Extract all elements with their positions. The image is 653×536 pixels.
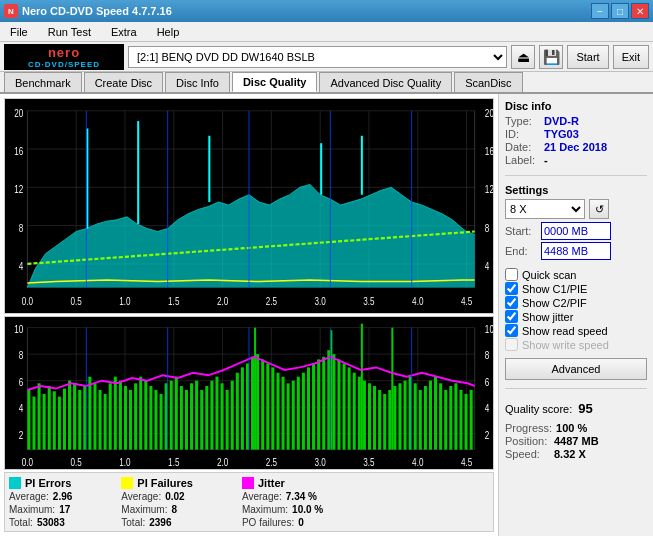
menu-file[interactable]: File bbox=[4, 24, 34, 40]
svg-rect-89 bbox=[134, 383, 137, 449]
legend-pi-errors: PI Errors Average: 2.96 Maximum: 17 Tota… bbox=[9, 477, 72, 528]
svg-rect-81 bbox=[93, 383, 96, 449]
id-value: TYG03 bbox=[544, 128, 579, 140]
progress-key: Progress: bbox=[505, 422, 552, 434]
legend-area: PI Errors Average: 2.96 Maximum: 17 Tota… bbox=[4, 472, 494, 532]
svg-text:1.0: 1.0 bbox=[119, 455, 130, 467]
svg-rect-151 bbox=[449, 385, 452, 449]
eject-icon-button[interactable]: ⏏ bbox=[511, 45, 535, 69]
tab-create-disc[interactable]: Create Disc bbox=[84, 72, 163, 92]
svg-text:20: 20 bbox=[485, 106, 493, 119]
svg-rect-145 bbox=[419, 389, 422, 449]
quality-score-row: Quality score: 95 bbox=[505, 401, 647, 416]
svg-text:4: 4 bbox=[19, 259, 24, 272]
tab-benchmark[interactable]: Benchmark bbox=[4, 72, 82, 92]
svg-text:12: 12 bbox=[485, 183, 493, 196]
svg-rect-100 bbox=[190, 383, 193, 449]
id-label: ID: bbox=[505, 128, 540, 140]
start-mb-input[interactable] bbox=[541, 222, 611, 240]
pi-errors-title: PI Errors bbox=[25, 477, 71, 489]
show-write-speed-checkbox[interactable] bbox=[505, 338, 518, 351]
svg-text:2.0: 2.0 bbox=[217, 295, 229, 308]
show-read-speed-checkbox[interactable] bbox=[505, 324, 518, 337]
svg-text:16: 16 bbox=[14, 144, 23, 157]
jitter-avg-value: 7.34 % bbox=[286, 491, 317, 502]
svg-rect-148 bbox=[434, 376, 437, 449]
svg-text:0.0: 0.0 bbox=[22, 295, 34, 308]
po-failures-value: 0 bbox=[298, 517, 304, 528]
svg-rect-114 bbox=[261, 359, 264, 449]
tab-disc-info[interactable]: Disc Info bbox=[165, 72, 230, 92]
tab-disc-quality[interactable]: Disc Quality bbox=[232, 72, 318, 92]
title-bar: N Nero CD-DVD Speed 4.7.7.16 − □ ✕ bbox=[0, 0, 653, 22]
speed-key: Speed: bbox=[505, 448, 550, 460]
svg-rect-106 bbox=[221, 383, 224, 449]
svg-text:20: 20 bbox=[14, 106, 23, 119]
svg-rect-91 bbox=[144, 380, 147, 449]
svg-rect-99 bbox=[185, 389, 188, 449]
svg-rect-20 bbox=[137, 121, 139, 224]
svg-rect-82 bbox=[99, 389, 102, 449]
maximize-button[interactable]: □ bbox=[611, 3, 629, 19]
advanced-button[interactable]: Advanced bbox=[505, 358, 647, 380]
svg-rect-153 bbox=[459, 389, 462, 449]
svg-rect-136 bbox=[373, 385, 376, 449]
svg-rect-158 bbox=[361, 323, 363, 449]
svg-rect-108 bbox=[231, 380, 234, 449]
show-c2-label: Show C2/PIF bbox=[522, 297, 587, 309]
svg-rect-150 bbox=[444, 389, 447, 449]
svg-text:3.5: 3.5 bbox=[363, 455, 374, 467]
menu-run-test[interactable]: Run Test bbox=[42, 24, 97, 40]
menu-extra[interactable]: Extra bbox=[105, 24, 143, 40]
speed-value: 8.32 X bbox=[554, 448, 586, 460]
menu-help[interactable]: Help bbox=[151, 24, 186, 40]
right-panel: Disc info Type: DVD-R ID: TYG03 Date: 21… bbox=[498, 94, 653, 536]
svg-rect-146 bbox=[424, 385, 427, 449]
svg-rect-137 bbox=[378, 389, 381, 449]
show-c1-label: Show C1/PIE bbox=[522, 283, 587, 295]
svg-rect-105 bbox=[215, 376, 218, 449]
svg-rect-126 bbox=[322, 356, 325, 449]
end-mb-input[interactable] bbox=[541, 242, 611, 260]
svg-rect-22 bbox=[320, 143, 322, 195]
disc-info-title: Disc info bbox=[505, 100, 647, 112]
svg-rect-87 bbox=[124, 385, 127, 449]
svg-text:2.0: 2.0 bbox=[217, 455, 228, 467]
svg-rect-138 bbox=[383, 393, 386, 449]
minimize-button[interactable]: − bbox=[591, 3, 609, 19]
quick-scan-checkbox[interactable] bbox=[505, 268, 518, 281]
pi-failures-color bbox=[121, 477, 133, 489]
svg-rect-110 bbox=[241, 367, 244, 449]
drive-select[interactable]: [2:1] BENQ DVD DD DW1640 BSLB bbox=[128, 46, 507, 68]
jitter-max-label: Maximum: bbox=[242, 504, 288, 515]
svg-rect-104 bbox=[210, 380, 213, 449]
svg-rect-68 bbox=[27, 389, 30, 449]
tab-scandisc[interactable]: ScanDisc bbox=[454, 72, 522, 92]
svg-text:1.0: 1.0 bbox=[119, 295, 131, 308]
tab-advanced-disc-quality[interactable]: Advanced Disc Quality bbox=[319, 72, 452, 92]
start-button[interactable]: Start bbox=[567, 45, 608, 69]
show-c1-checkbox[interactable] bbox=[505, 282, 518, 295]
divider-1 bbox=[505, 175, 647, 176]
close-button[interactable]: ✕ bbox=[631, 3, 649, 19]
exit-button[interactable]: Exit bbox=[613, 45, 649, 69]
reset-button[interactable]: ↺ bbox=[589, 199, 609, 219]
end-mb-label: End: bbox=[505, 245, 537, 257]
show-jitter-checkbox[interactable] bbox=[505, 310, 518, 323]
svg-rect-119 bbox=[287, 383, 290, 449]
svg-text:2: 2 bbox=[485, 428, 490, 440]
show-c2-checkbox[interactable] bbox=[505, 296, 518, 309]
svg-text:2: 2 bbox=[19, 428, 24, 440]
date-label: Date: bbox=[505, 141, 540, 153]
show-write-speed-label: Show write speed bbox=[522, 339, 609, 351]
svg-rect-70 bbox=[38, 383, 41, 449]
save-icon-button[interactable]: 💾 bbox=[539, 45, 563, 69]
date-value: 21 Dec 2018 bbox=[544, 141, 607, 153]
svg-rect-141 bbox=[398, 383, 401, 449]
pi-errors-avg-label: Average: bbox=[9, 491, 49, 502]
svg-rect-123 bbox=[307, 367, 310, 449]
disc-label-value: - bbox=[544, 154, 548, 166]
quick-scan-label: Quick scan bbox=[522, 269, 576, 281]
svg-rect-71 bbox=[43, 393, 46, 449]
speed-select[interactable]: 8 X bbox=[505, 199, 585, 219]
